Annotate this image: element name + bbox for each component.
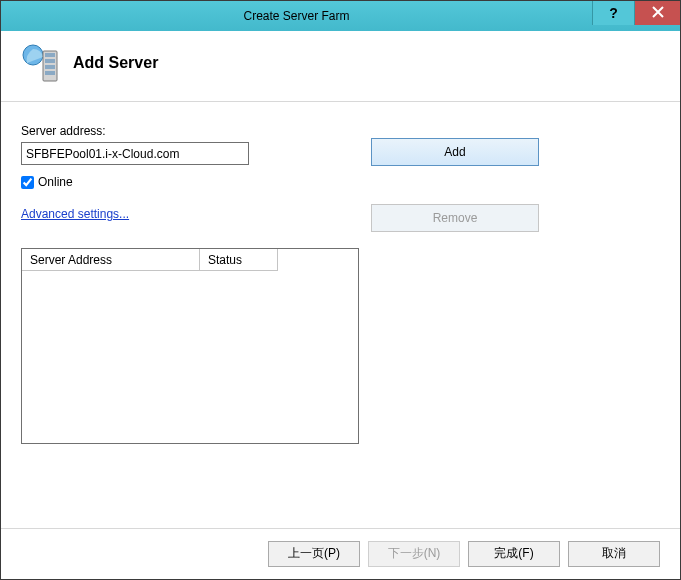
previous-button[interactable]: 上一页(P) (268, 541, 360, 567)
page-title: Add Server (73, 54, 158, 72)
close-icon (652, 5, 664, 21)
online-label: Online (38, 175, 73, 189)
svg-rect-3 (45, 59, 55, 63)
svg-rect-4 (45, 65, 55, 69)
advanced-settings-link[interactable]: Advanced settings... (21, 207, 129, 221)
remove-button: Remove (371, 204, 539, 232)
next-button: 下一步(N) (368, 541, 460, 567)
window-controls: ? (592, 1, 680, 31)
cancel-button[interactable]: 取消 (568, 541, 660, 567)
wizard-content: Server address: Online Advanced settings… (1, 102, 680, 528)
svg-rect-2 (45, 53, 55, 57)
server-address-label: Server address: (21, 124, 251, 138)
help-icon: ? (609, 5, 618, 21)
table-header: Server Address Status (22, 249, 358, 271)
server-icon (21, 43, 61, 83)
add-button[interactable]: Add (371, 138, 539, 166)
server-list-table[interactable]: Server Address Status (21, 248, 359, 444)
svg-rect-5 (45, 71, 55, 75)
column-server-address[interactable]: Server Address (22, 249, 200, 271)
wizard-footer: 上一页(P) 下一步(N) 完成(F) 取消 (1, 528, 680, 578)
finish-button[interactable]: 完成(F) (468, 541, 560, 567)
wizard-header: Add Server (1, 31, 680, 102)
help-button[interactable]: ? (592, 1, 634, 25)
title-bar: Create Server Farm ? (1, 1, 680, 31)
online-checkbox[interactable] (21, 176, 34, 189)
server-address-input[interactable] (21, 142, 249, 165)
column-status[interactable]: Status (200, 249, 278, 271)
window-title: Create Server Farm (1, 9, 592, 23)
close-button[interactable] (634, 1, 680, 25)
